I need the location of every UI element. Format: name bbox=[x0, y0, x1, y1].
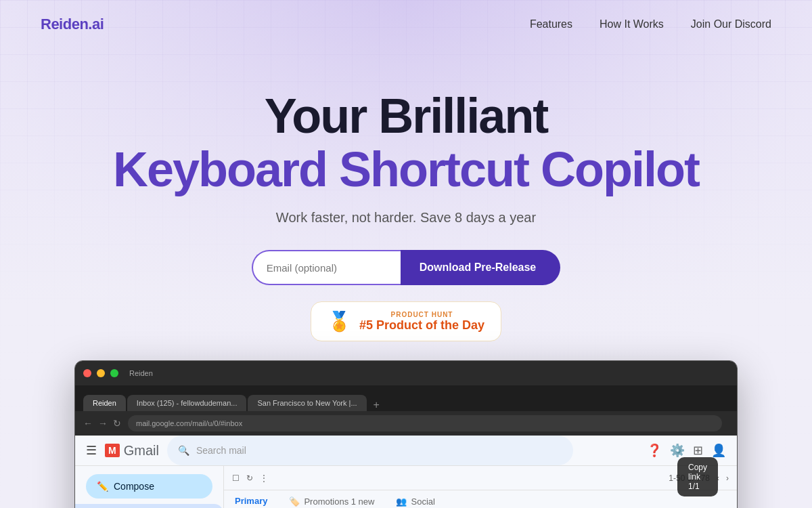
screenshot-container: Reiden Reiden Inbox (125) - fellowdudema… bbox=[0, 360, 812, 508]
window-minimize-dot[interactable] bbox=[97, 369, 105, 377]
ph-rank: #5 Product of the Day bbox=[359, 318, 484, 333]
ph-text: PRODUCT HUNT #5 Product of the Day bbox=[359, 311, 484, 333]
avatar-icon[interactable]: 👤 bbox=[711, 443, 726, 458]
next-page-icon[interactable]: › bbox=[726, 473, 729, 483]
compose-pencil-icon: ✏️ bbox=[97, 481, 108, 492]
browser-nav-arrows: ← → ↻ bbox=[83, 418, 121, 429]
hero-title-line1: Your Brilliant bbox=[0, 89, 812, 143]
window-maximize-dot[interactable] bbox=[110, 369, 118, 377]
tab-social-label: Social bbox=[411, 496, 434, 507]
nav-link-features[interactable]: Features bbox=[530, 18, 572, 30]
gmail-sidebar: ✏️ Compose Inbox 125 Starred Snoozed bbox=[75, 466, 224, 508]
gmail-top-bar: ☰ M Gmail 🔍 Search mail ❓ ⚙️ ⊞ 👤 bbox=[75, 436, 737, 466]
apps-icon[interactable]: ⊞ bbox=[693, 443, 703, 458]
more-options-icon[interactable]: ⋮ bbox=[260, 473, 268, 483]
select-all-checkbox[interactable]: ☐ bbox=[232, 473, 240, 483]
email-list-toolbar: ☐ ↻ ⋮ 1-50 of 778 ‹ › bbox=[224, 466, 737, 490]
browser-address-bar: ← → ↻ mail.google.com/mail/u/0/#inbox Co… bbox=[75, 411, 737, 436]
gmail-email-list: ☐ ↻ ⋮ 1-50 of 778 ‹ › Primary 🏷️ bbox=[224, 466, 737, 508]
gmail-m-icon: M bbox=[105, 444, 120, 457]
address-bar-input[interactable]: mail.google.com/mail/u/0/#inbox bbox=[128, 415, 722, 431]
gmail-category-tabs: Primary 🏷️ Promotions 1 new 👥 Social bbox=[224, 490, 737, 508]
compose-button[interactable]: ✏️ Compose bbox=[86, 474, 212, 499]
hero-subtitle: Work faster, not harder. Save 8 days a y… bbox=[0, 210, 812, 226]
search-placeholder: Search mail bbox=[196, 445, 246, 456]
gmail-body: ✏️ Compose Inbox 125 Starred Snoozed bbox=[75, 466, 737, 508]
back-arrow-icon[interactable]: ← bbox=[83, 418, 93, 429]
compose-label: Compose bbox=[114, 481, 154, 492]
hero-title-line2: Keyboard Shortcut Copilot bbox=[0, 143, 812, 196]
settings-icon[interactable]: ⚙️ bbox=[670, 443, 685, 458]
promotions-icon: 🏷️ bbox=[289, 496, 300, 507]
browser-tab-gmail[interactable]: Inbox (125) - fellowdudeman... bbox=[127, 395, 247, 411]
gmail-top-icons: ❓ ⚙️ ⊞ 👤 bbox=[647, 443, 726, 458]
tab-promotions-label: Promotions 1 new bbox=[304, 496, 374, 507]
copy-link-overlay: Copy link 1/1 bbox=[677, 457, 718, 496]
window-close-dot[interactable] bbox=[83, 369, 91, 377]
nav-link-how-it-works[interactable]: How It Works bbox=[600, 18, 664, 30]
tab-social[interactable]: 👥 Social bbox=[385, 490, 445, 508]
cta-row: Download Pre-Release bbox=[0, 250, 812, 285]
nav-link-discord[interactable]: Join Our Discord bbox=[691, 18, 771, 30]
address-text: mail.google.com/mail/u/0/#inbox bbox=[136, 419, 242, 427]
sidebar-item-inbox[interactable]: Inbox 125 bbox=[75, 504, 223, 508]
tab-promotions[interactable]: 🏷️ Promotions 1 new bbox=[278, 490, 385, 508]
new-tab-button[interactable]: + bbox=[368, 399, 385, 411]
browser-app-name: Reiden bbox=[129, 369, 153, 377]
download-label: Download Pre-Release bbox=[420, 261, 537, 274]
download-button[interactable]: Download Pre-Release bbox=[401, 250, 561, 285]
medal-icon: 🏅 bbox=[328, 310, 351, 333]
gmail-search-bar[interactable]: 🔍 Search mail bbox=[167, 436, 573, 465]
email-input[interactable] bbox=[252, 250, 401, 285]
search-icon: 🔍 bbox=[178, 445, 189, 456]
help-icon[interactable]: ❓ bbox=[647, 443, 662, 458]
tab-label-reiden: Reiden bbox=[93, 399, 116, 407]
gmail-content: ☰ M Gmail 🔍 Search mail ❓ ⚙️ ⊞ 👤 bbox=[75, 436, 737, 508]
navbar: Reiden.ai Features How It Works Join Our… bbox=[0, 0, 812, 49]
product-hunt-badge[interactable]: 🏅 PRODUCT HUNT #5 Product of the Day bbox=[0, 301, 812, 341]
gmail-label: Gmail bbox=[124, 443, 159, 459]
browser-chrome-bar: Reiden bbox=[75, 361, 737, 385]
gmail-menu-icon[interactable]: ☰ bbox=[86, 443, 97, 458]
nav-links: Features How It Works Join Our Discord bbox=[530, 18, 771, 30]
hero-section: Your Brilliant Keyboard Shortcut Copilot… bbox=[0, 49, 812, 341]
browser-tab-flights[interactable]: San Francisco to New York |... bbox=[248, 395, 366, 411]
social-icon: 👥 bbox=[396, 496, 407, 507]
logo[interactable]: Reiden.ai bbox=[41, 16, 104, 33]
refresh-email-icon[interactable]: ↻ bbox=[246, 473, 253, 483]
tab-label-gmail: Inbox (125) - fellowdudeman... bbox=[137, 399, 238, 407]
refresh-icon[interactable]: ↻ bbox=[113, 418, 121, 429]
ph-label: PRODUCT HUNT bbox=[359, 311, 484, 318]
tab-label-flights: San Francisco to New York |... bbox=[257, 399, 357, 407]
forward-arrow-icon[interactable]: → bbox=[98, 418, 108, 429]
product-hunt-badge-inner: 🏅 PRODUCT HUNT #5 Product of the Day bbox=[311, 301, 501, 341]
tab-primary[interactable]: Primary bbox=[224, 490, 278, 508]
browser-tabs-bar: Reiden Inbox (125) - fellowdudeman... Sa… bbox=[75, 385, 737, 411]
browser-mockup: Reiden Reiden Inbox (125) - fellowdudema… bbox=[74, 360, 738, 508]
overlay-text: Copy link 1/1 bbox=[688, 463, 707, 491]
gmail-logo: M Gmail bbox=[105, 443, 159, 459]
browser-tab-reiden[interactable]: Reiden bbox=[83, 395, 126, 411]
tab-primary-label: Primary bbox=[235, 496, 267, 506]
